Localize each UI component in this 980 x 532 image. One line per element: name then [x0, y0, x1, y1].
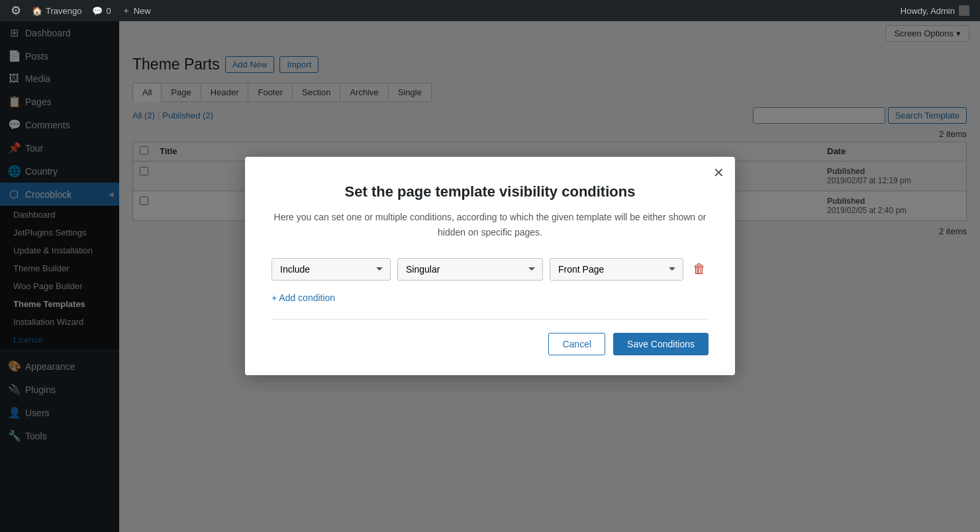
modal-title: Set the page template visibility conditi…	[271, 183, 709, 200]
modal-footer: Cancel Save Conditions	[271, 333, 709, 355]
frontpage-select[interactable]: Front Page Blog Page Post Page	[550, 258, 683, 281]
modal-overlay[interactable]: ✕ Set the page template visibility condi…	[0, 0, 980, 532]
singular-select[interactable]: Singular Archive All Pages	[397, 258, 543, 281]
modal-close-button[interactable]: ✕	[713, 166, 724, 179]
home-icon: 🏠	[32, 6, 42, 16]
delete-condition-button[interactable]: 🗑	[690, 259, 709, 279]
add-condition-button[interactable]: + Add condition	[271, 290, 335, 306]
admin-bar-wp-logo[interactable]: ⚙	[5, 0, 26, 21]
modal-description: Here you can set one or multiple conditi…	[271, 210, 709, 240]
trash-icon: 🗑	[693, 261, 706, 277]
include-select[interactable]: Include Exclude	[271, 258, 391, 281]
cancel-button[interactable]: Cancel	[548, 333, 605, 355]
admin-bar: ⚙ 🏠 Travengo 💬 0 ＋ New Howdy, Admin	[0, 0, 980, 21]
admin-bar-new[interactable]: ＋ New	[117, 0, 156, 21]
comment-icon: 💬	[92, 6, 103, 16]
plus-icon: ＋	[122, 5, 130, 17]
wp-logo-icon: ⚙	[11, 3, 21, 18]
save-conditions-button[interactable]: Save Conditions	[613, 333, 709, 355]
modal: ✕ Set the page template visibility condi…	[245, 157, 735, 375]
admin-bar-site-name[interactable]: 🏠 Travengo	[26, 0, 87, 21]
modal-divider	[271, 319, 709, 320]
admin-bar-comments[interactable]: 💬 0	[87, 0, 116, 21]
admin-bar-right: Howdy, Admin	[895, 5, 975, 16]
admin-bar-user[interactable]: Howdy, Admin	[895, 5, 975, 16]
condition-row: Include Exclude Singular Archive All Pag…	[271, 258, 709, 281]
admin-avatar	[959, 5, 969, 16]
